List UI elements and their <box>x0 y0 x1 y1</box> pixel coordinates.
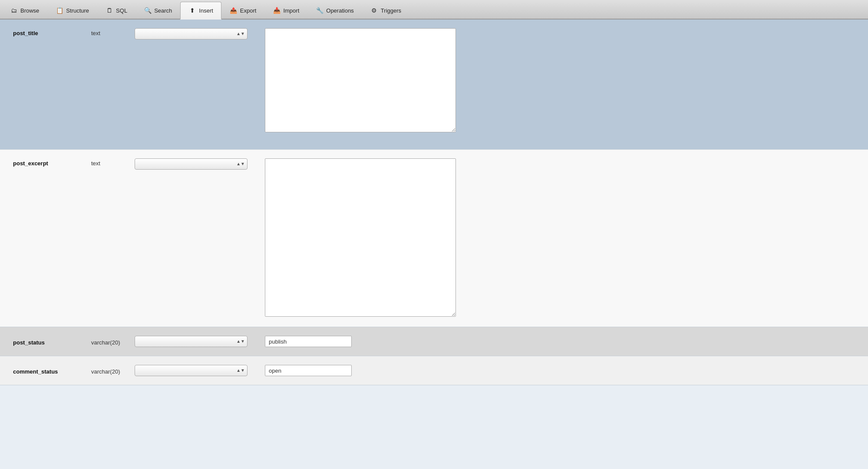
post-title-select-wrapper: ▲▼ <box>135 28 248 39</box>
post-excerpt-select-wrapper: ▲▼ <box>135 158 248 170</box>
tab-operations[interactable]: 🔧 Operations <box>307 2 362 19</box>
tab-sql-label: SQL <box>116 7 127 14</box>
comment-status-select-wrapper: ▲▼ <box>135 365 248 376</box>
tab-search-label: Search <box>154 7 172 14</box>
post-excerpt-type: text <box>91 158 135 167</box>
field-row-post-title: post_title text ▲▼ <box>0 20 868 150</box>
tab-sql[interactable]: 🗒 SQL <box>97 2 135 19</box>
tab-browse[interactable]: 🗂 Browse <box>2 2 47 19</box>
comment-status-input-col <box>256 365 452 376</box>
tab-bar: 🗂 Browse 📋 Structure 🗒 SQL 🔍 Search ⬆ In… <box>0 0 868 20</box>
field-row-post-excerpt: post_excerpt text ▲▼ <box>0 150 868 327</box>
comment-status-label: comment_status <box>13 367 91 375</box>
post-excerpt-textarea[interactable] <box>265 158 456 317</box>
post-excerpt-textarea-col <box>256 158 452 318</box>
post-status-input-col <box>256 336 452 347</box>
import-icon: 📥 <box>273 7 281 14</box>
post-title-textarea[interactable] <box>265 28 456 132</box>
tab-triggers[interactable]: ⚙ Triggers <box>362 2 409 19</box>
tab-browse-label: Browse <box>20 7 39 14</box>
post-title-textarea-col <box>256 28 452 134</box>
comment-status-type: varchar(20) <box>91 367 135 375</box>
post-title-type: text <box>91 28 135 36</box>
post-status-input[interactable] <box>265 336 352 347</box>
post-title-control: ▲▼ <box>135 28 256 39</box>
comment-status-input[interactable] <box>265 365 352 376</box>
post-status-control: ▲▼ <box>135 336 256 347</box>
post-status-select[interactable] <box>135 336 248 347</box>
tab-export-label: Export <box>240 7 257 14</box>
triggers-icon: ⚙ <box>370 7 378 14</box>
browse-icon: 🗂 <box>10 7 18 14</box>
tab-triggers-label: Triggers <box>381 7 401 14</box>
comment-status-control: ▲▼ <box>135 365 256 376</box>
tab-operations-label: Operations <box>326 7 354 14</box>
tab-export[interactable]: 📤 Export <box>221 2 265 19</box>
post-excerpt-control: ▲▼ <box>135 158 256 170</box>
tab-import[interactable]: 📥 Import <box>264 2 307 19</box>
tab-insert[interactable]: ⬆ Insert <box>180 2 221 20</box>
export-icon: 📤 <box>230 7 238 14</box>
tab-search[interactable]: 🔍 Search <box>135 2 180 19</box>
comment-status-select[interactable] <box>135 365 248 376</box>
post-status-label: post_status <box>13 338 91 346</box>
tab-structure[interactable]: 📋 Structure <box>47 2 97 19</box>
post-title-label: post_title <box>13 28 91 36</box>
field-row-post-status: post_status varchar(20) ▲▼ <box>0 327 868 356</box>
post-title-select[interactable] <box>135 28 248 39</box>
insert-icon: ⬆ <box>188 7 196 14</box>
search-icon: 🔍 <box>144 7 152 14</box>
post-excerpt-select[interactable] <box>135 158 248 170</box>
field-row-comment-status: comment_status varchar(20) ▲▼ <box>0 356 868 385</box>
tab-structure-label: Structure <box>66 7 89 14</box>
tab-insert-label: Insert <box>199 7 213 14</box>
post-status-select-wrapper: ▲▼ <box>135 336 248 347</box>
tab-import-label: Import <box>283 7 299 14</box>
main-content: post_title text ▲▼ post_excerpt text ▲▼ <box>0 20 868 385</box>
post-excerpt-label: post_excerpt <box>13 158 91 167</box>
sql-icon: 🗒 <box>106 7 113 14</box>
operations-icon: 🔧 <box>316 7 323 14</box>
structure-icon: 📋 <box>56 7 63 14</box>
post-status-type: varchar(20) <box>91 338 135 346</box>
